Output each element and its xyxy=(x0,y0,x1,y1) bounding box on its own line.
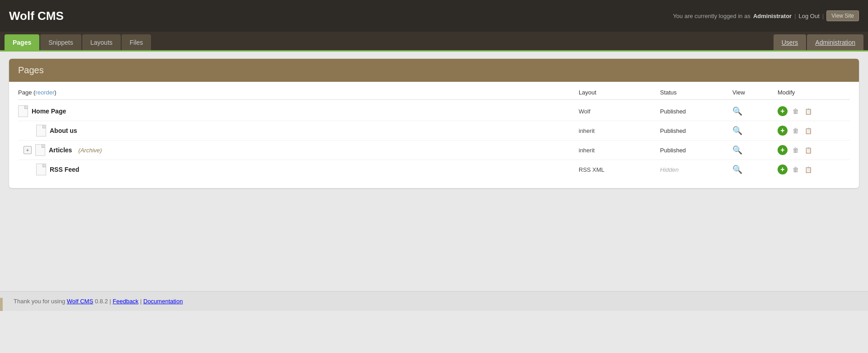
footer-prefix: Thank you for using xyxy=(14,298,65,305)
main-content: Pages Page (reorder) Layout Status View … xyxy=(0,52,868,291)
delete-page-button[interactable]: 🗑 xyxy=(791,107,800,116)
delete-page-button[interactable]: 🗑 xyxy=(791,146,800,155)
layout-cell: inherit xyxy=(579,127,660,134)
column-headers: Page (reorder) Layout Status View Modify xyxy=(18,89,850,100)
sep1: | xyxy=(794,13,796,19)
copy-page-button[interactable]: 📋 xyxy=(804,107,813,116)
col-header-layout: Layout xyxy=(579,89,660,96)
page-name-cell: RSS Feed xyxy=(18,164,579,175)
feedback-link[interactable]: Feedback xyxy=(113,298,138,305)
pages-title: Pages xyxy=(18,65,850,75)
footer-accent-bar xyxy=(0,298,3,311)
logged-in-prefix: You are currently logged in as xyxy=(673,13,750,19)
tab-snippets[interactable]: Snippets xyxy=(40,34,81,50)
copy-page-button[interactable]: 📋 xyxy=(804,146,813,155)
pages-panel: Pages Page (reorder) Layout Status View … xyxy=(9,59,859,188)
view-cell: 🔍 xyxy=(732,126,778,136)
page-icon xyxy=(36,164,46,175)
view-site-button[interactable]: View Site xyxy=(826,10,859,21)
copy-page-button[interactable]: 📋 xyxy=(804,126,813,135)
pages-panel-header: Pages xyxy=(9,59,859,82)
col-header-status: Status xyxy=(660,89,732,96)
view-cell: 🔍 xyxy=(732,106,778,116)
layout-cell: inherit xyxy=(579,147,660,154)
expand-button[interactable]: + xyxy=(24,146,32,154)
modify-cell: + 🗑 📋 xyxy=(778,126,850,136)
page-title: RSS Feed xyxy=(50,166,79,173)
page-title: Articles xyxy=(49,146,72,154)
wolfcms-link[interactable]: Wolf CMS xyxy=(67,298,93,305)
status-cell: Hidden xyxy=(660,166,732,173)
nav-left: Pages Snippets Layouts Files xyxy=(5,32,151,50)
archive-label: (Archive) xyxy=(78,147,102,154)
tab-layouts[interactable]: Layouts xyxy=(82,34,121,50)
view-search-icon[interactable]: 🔍 xyxy=(732,145,742,155)
page-icon xyxy=(18,105,28,117)
footer: Thank you for using Wolf CMS 0.8.2 | Fee… xyxy=(0,291,868,311)
view-cell: 🔍 xyxy=(732,165,778,174)
page-title: About us xyxy=(50,127,77,134)
pages-table-wrap: Page (reorder) Layout Status View Modify… xyxy=(9,82,859,188)
user-info-bar: You are currently logged in as Administr… xyxy=(673,10,859,21)
view-search-icon[interactable]: 🔍 xyxy=(732,165,742,174)
reorder-link[interactable]: reorder xyxy=(35,89,54,96)
view-search-icon[interactable]: 🔍 xyxy=(732,106,742,116)
navbar: Pages Snippets Layouts Files Users Admin… xyxy=(0,32,868,52)
modify-cell: + 🗑 📋 xyxy=(778,145,850,155)
page-title: Home Page xyxy=(32,108,66,115)
delete-page-button[interactable]: 🗑 xyxy=(791,126,800,135)
add-page-button[interactable]: + xyxy=(778,145,788,155)
documentation-link[interactable]: Documentation xyxy=(143,298,183,305)
app-logo: Wolf CMS xyxy=(9,9,64,23)
nav-right: Users Administration xyxy=(774,32,863,50)
status-cell: Published xyxy=(660,127,732,134)
view-cell: 🔍 xyxy=(732,145,778,155)
status-cell: Published xyxy=(660,108,732,115)
page-name-cell: About us xyxy=(18,125,579,136)
page-icon xyxy=(35,144,45,156)
add-page-button[interactable]: + xyxy=(778,126,788,136)
table-row: About us inherit Published 🔍 + 🗑 📋 xyxy=(18,121,850,141)
table-row: + Articles (Archive) inherit Published 🔍… xyxy=(18,141,850,160)
tab-files[interactable]: Files xyxy=(122,34,151,50)
table-row: RSS Feed RSS XML Hidden 🔍 + 🗑 📋 xyxy=(18,160,850,179)
tab-administration[interactable]: Administration xyxy=(807,34,863,50)
tab-users[interactable]: Users xyxy=(774,34,807,50)
page-icon xyxy=(36,125,46,136)
status-cell: Published xyxy=(660,147,732,154)
page-name-cell: Home Page xyxy=(18,105,579,117)
col-header-page: Page (reorder) xyxy=(18,89,579,96)
logout-link[interactable]: Log Out xyxy=(799,13,820,19)
table-row: Home Page Wolf Published 🔍 + 🗑 📋 xyxy=(18,102,850,121)
tab-pages[interactable]: Pages xyxy=(5,34,39,50)
copy-page-button[interactable]: 📋 xyxy=(804,165,813,174)
header: Wolf CMS You are currently logged in as … xyxy=(0,0,868,32)
layout-cell: RSS XML xyxy=(579,166,660,173)
add-page-button[interactable]: + xyxy=(778,106,788,116)
add-page-button[interactable]: + xyxy=(778,165,788,174)
view-search-icon[interactable]: 🔍 xyxy=(732,126,742,136)
col-header-view: View xyxy=(732,89,778,96)
sep2: | xyxy=(822,13,824,19)
col-header-modify: Modify xyxy=(778,89,850,96)
username: Administrator xyxy=(753,13,792,19)
layout-cell: Wolf xyxy=(579,108,660,115)
modify-cell: + 🗑 📋 xyxy=(778,106,850,116)
modify-cell: + 🗑 📋 xyxy=(778,165,850,174)
page-name-cell: + Articles (Archive) xyxy=(18,144,579,156)
delete-page-button[interactable]: 🗑 xyxy=(791,165,800,174)
